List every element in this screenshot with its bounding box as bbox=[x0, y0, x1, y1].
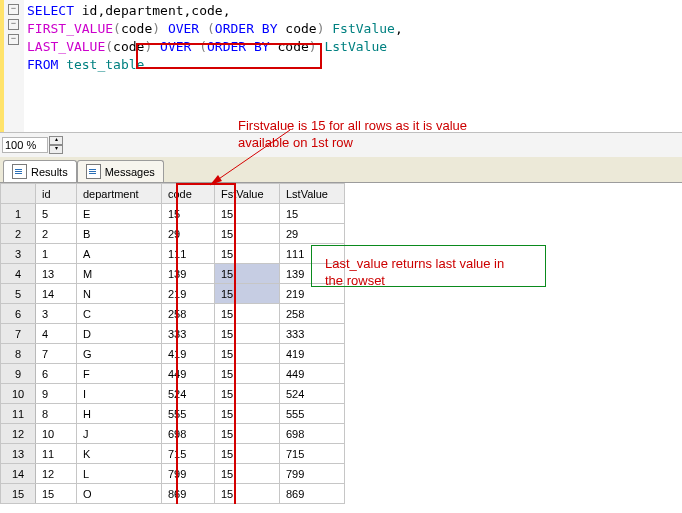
rownum[interactable]: 5 bbox=[1, 284, 36, 304]
cell-department[interactable]: D bbox=[77, 324, 162, 344]
cell-lstvalue[interactable]: 419 bbox=[280, 344, 345, 364]
cell-code[interactable]: 524 bbox=[162, 384, 215, 404]
cell-id[interactable]: 4 bbox=[36, 324, 77, 344]
col-header-lstvalue[interactable]: LstValue bbox=[280, 184, 345, 204]
cell-code[interactable]: 333 bbox=[162, 324, 215, 344]
cell-lstvalue[interactable]: 524 bbox=[280, 384, 345, 404]
cell-lstvalue[interactable]: 869 bbox=[280, 484, 345, 504]
cell-department[interactable]: M bbox=[77, 264, 162, 284]
rownum[interactable]: 7 bbox=[1, 324, 36, 344]
cell-id[interactable]: 10 bbox=[36, 424, 77, 444]
cell-id[interactable]: 15 bbox=[36, 484, 77, 504]
table-row[interactable]: 87G41915419 bbox=[1, 344, 345, 364]
cell-department[interactable]: C bbox=[77, 304, 162, 324]
cell-department[interactable]: I bbox=[77, 384, 162, 404]
cell-department[interactable]: G bbox=[77, 344, 162, 364]
table-row[interactable]: 413M13915139 bbox=[1, 264, 345, 284]
cell-lstvalue[interactable]: 555 bbox=[280, 404, 345, 424]
cell-id[interactable]: 9 bbox=[36, 384, 77, 404]
tab-messages[interactable]: Messages bbox=[77, 160, 164, 182]
table-row[interactable]: 74D33315333 bbox=[1, 324, 345, 344]
cell-department[interactable]: L bbox=[77, 464, 162, 484]
cell-code[interactable]: 715 bbox=[162, 444, 215, 464]
fold-toggle[interactable]: − bbox=[8, 4, 19, 15]
fold-toggle[interactable]: − bbox=[8, 19, 19, 30]
cell-code[interactable]: 799 bbox=[162, 464, 215, 484]
cell-fstvalue[interactable]: 15 bbox=[215, 284, 280, 304]
cell-code[interactable]: 139 bbox=[162, 264, 215, 284]
cell-id[interactable]: 7 bbox=[36, 344, 77, 364]
rownum[interactable]: 9 bbox=[1, 364, 36, 384]
cell-department[interactable]: O bbox=[77, 484, 162, 504]
cell-id[interactable]: 1 bbox=[36, 244, 77, 264]
cell-fstvalue[interactable]: 15 bbox=[215, 324, 280, 344]
cell-lstvalue[interactable]: 799 bbox=[280, 464, 345, 484]
rownum[interactable]: 4 bbox=[1, 264, 36, 284]
cell-fstvalue[interactable]: 15 bbox=[215, 344, 280, 364]
cell-department[interactable]: B bbox=[77, 224, 162, 244]
cell-lstvalue[interactable]: 29 bbox=[280, 224, 345, 244]
rownum[interactable]: 1 bbox=[1, 204, 36, 224]
col-header-department[interactable]: department bbox=[77, 184, 162, 204]
cell-department[interactable]: K bbox=[77, 444, 162, 464]
table-row[interactable]: 96F44915449 bbox=[1, 364, 345, 384]
fold-toggle[interactable]: − bbox=[8, 34, 19, 45]
cell-fstvalue[interactable]: 15 bbox=[215, 224, 280, 244]
rownum[interactable]: 12 bbox=[1, 424, 36, 444]
cell-department[interactable]: A bbox=[77, 244, 162, 264]
cell-id[interactable]: 13 bbox=[36, 264, 77, 284]
cell-fstvalue[interactable]: 15 bbox=[215, 424, 280, 444]
table-row[interactable]: 1515O86915869 bbox=[1, 484, 345, 504]
cell-code[interactable]: 219 bbox=[162, 284, 215, 304]
cell-department[interactable]: H bbox=[77, 404, 162, 424]
cell-id[interactable]: 12 bbox=[36, 464, 77, 484]
cell-fstvalue[interactable]: 15 bbox=[215, 304, 280, 324]
cell-lstvalue[interactable]: 449 bbox=[280, 364, 345, 384]
rownum[interactable]: 14 bbox=[1, 464, 36, 484]
cell-code[interactable]: 258 bbox=[162, 304, 215, 324]
rownum[interactable]: 8 bbox=[1, 344, 36, 364]
table-row[interactable]: 22B291529 bbox=[1, 224, 345, 244]
cell-id[interactable]: 3 bbox=[36, 304, 77, 324]
cell-department[interactable]: E bbox=[77, 204, 162, 224]
col-header-id[interactable]: id bbox=[36, 184, 77, 204]
zoom-input[interactable] bbox=[2, 137, 48, 153]
cell-fstvalue[interactable]: 15 bbox=[215, 484, 280, 504]
cell-lstvalue[interactable]: 698 bbox=[280, 424, 345, 444]
table-row[interactable]: 63C25815258 bbox=[1, 304, 345, 324]
cell-code[interactable]: 111 bbox=[162, 244, 215, 264]
cell-fstvalue[interactable]: 15 bbox=[215, 464, 280, 484]
table-row[interactable]: 1210J69815698 bbox=[1, 424, 345, 444]
cell-fstvalue[interactable]: 15 bbox=[215, 264, 280, 284]
rownum[interactable]: 6 bbox=[1, 304, 36, 324]
table-row[interactable]: 118H55515555 bbox=[1, 404, 345, 424]
col-header-fstvalue[interactable]: FstValue bbox=[215, 184, 280, 204]
rownum[interactable]: 13 bbox=[1, 444, 36, 464]
cell-code[interactable]: 869 bbox=[162, 484, 215, 504]
zoom-spinner[interactable]: ▴▾ bbox=[49, 136, 63, 154]
rownum[interactable]: 10 bbox=[1, 384, 36, 404]
cell-department[interactable]: N bbox=[77, 284, 162, 304]
cell-id[interactable]: 5 bbox=[36, 204, 77, 224]
cell-id[interactable]: 14 bbox=[36, 284, 77, 304]
cell-id[interactable]: 2 bbox=[36, 224, 77, 244]
results-grid[interactable]: id department code FstValue LstValue 15E… bbox=[0, 183, 345, 504]
cell-code[interactable]: 29 bbox=[162, 224, 215, 244]
rownum[interactable]: 15 bbox=[1, 484, 36, 504]
cell-fstvalue[interactable]: 15 bbox=[215, 244, 280, 264]
cell-fstvalue[interactable]: 15 bbox=[215, 444, 280, 464]
cell-code[interactable]: 555 bbox=[162, 404, 215, 424]
table-row[interactable]: 31A11115111 bbox=[1, 244, 345, 264]
table-row[interactable]: 514N21915219 bbox=[1, 284, 345, 304]
cell-lstvalue[interactable]: 715 bbox=[280, 444, 345, 464]
tab-results[interactable]: Results bbox=[3, 160, 77, 182]
cell-fstvalue[interactable]: 15 bbox=[215, 384, 280, 404]
sql-editor[interactable]: − − − SELECT id,department,code, FIRST_V… bbox=[0, 0, 682, 132]
table-row[interactable]: 1311K71515715 bbox=[1, 444, 345, 464]
table-row[interactable]: 1412L79915799 bbox=[1, 464, 345, 484]
table-row[interactable]: 15E151515 bbox=[1, 204, 345, 224]
cell-code[interactable]: 449 bbox=[162, 364, 215, 384]
cell-lstvalue[interactable]: 258 bbox=[280, 304, 345, 324]
cell-code[interactable]: 698 bbox=[162, 424, 215, 444]
table-row[interactable]: 109I52415524 bbox=[1, 384, 345, 404]
